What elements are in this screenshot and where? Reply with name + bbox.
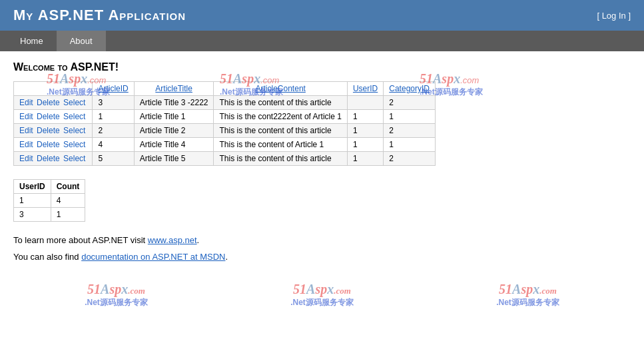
col-actions (14, 82, 93, 96)
welcome-heading: Welcome to ASP.NET! (13, 61, 631, 73)
table-row: Edit Delete Select2Article Title 2This i… (14, 124, 436, 138)
summary-table: UserID Count 1431 (13, 179, 85, 222)
wm-bottom-left: 51Aspx.com .Net源码服务专家 (85, 282, 148, 308)
action-delete-link[interactable]: Delete (37, 112, 60, 121)
action-select-link[interactable]: Select (63, 98, 85, 107)
info-text-2: You can also find documentation on ASP.N… (13, 252, 631, 262)
msdn-link[interactable]: documentation on ASP.NET at MSDN (81, 252, 225, 262)
info-text-1: To learn more about ASP.NET visit www.as… (13, 235, 631, 245)
action-edit-link[interactable]: Edit (19, 126, 33, 135)
wm-bottom-right: 51Aspx.com .Net源码服务专家 (496, 282, 559, 308)
login-link[interactable]: [ Log In ] (597, 11, 631, 21)
col-categoryid[interactable]: CategoryID (384, 82, 436, 96)
col-article-title[interactable]: ArticleTitle (134, 82, 214, 96)
wm-bottom-mid: 51Aspx.com .Net源码服务专家 (290, 282, 354, 308)
table-row: Edit Delete Select5Article Title 5This i… (14, 152, 436, 166)
action-select-link[interactable]: Select (63, 140, 85, 149)
action-edit-link[interactable]: Edit (19, 140, 33, 149)
login-anchor[interactable]: [ Log In ] (597, 11, 631, 21)
action-edit-link[interactable]: Edit (19, 154, 33, 163)
action-select-link[interactable]: Select (63, 112, 85, 121)
aspnet-link[interactable]: www.asp.net (148, 235, 197, 245)
table-row: Edit Delete Select3Article Title 3 -2222… (14, 96, 436, 110)
action-select-link[interactable]: Select (63, 126, 85, 135)
table-row: Edit Delete Select1Article Title 1This i… (14, 110, 436, 124)
main-content: 51Aspx.com .Net源码服务专家 51Aspx.com .Net源码服… (0, 51, 644, 325)
article-table: ArticleID ArticleTitle ArticleContent Us… (13, 81, 436, 166)
action-edit-link[interactable]: Edit (19, 112, 33, 121)
nav-bar: Home About (0, 31, 644, 51)
col-userid[interactable]: UserID (347, 82, 383, 96)
action-select-link[interactable]: Select (63, 154, 85, 163)
bottom-watermarks: 51Aspx.com .Net源码服务专家 51Aspx.com .Net源码服… (13, 275, 631, 315)
nav-about[interactable]: About (57, 31, 106, 51)
col-article-id[interactable]: ArticleID (93, 82, 134, 96)
summary-row: 14 (14, 194, 85, 208)
action-delete-link[interactable]: Delete (37, 154, 60, 163)
action-delete-link[interactable]: Delete (37, 126, 60, 135)
action-delete-link[interactable]: Delete (37, 140, 60, 149)
action-delete-link[interactable]: Delete (37, 98, 60, 107)
col-article-content[interactable]: ArticleContent (214, 82, 347, 96)
header: My ASP.NET Application [ Log In ] (0, 0, 644, 31)
action-edit-link[interactable]: Edit (19, 98, 33, 107)
sum-col-userid: UserID (14, 180, 51, 194)
nav-home[interactable]: Home (7, 31, 57, 51)
app-title: My ASP.NET Application (13, 7, 186, 24)
sum-col-count: Count (51, 180, 85, 194)
summary-row: 31 (14, 208, 85, 222)
table-row: Edit Delete Select4Article Title 4This i… (14, 138, 436, 152)
